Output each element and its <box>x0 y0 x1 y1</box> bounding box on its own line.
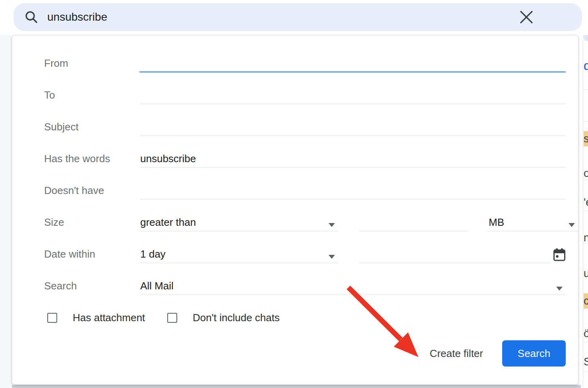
page-background-left <box>0 35 12 388</box>
to-field[interactable] <box>139 89 566 104</box>
mail-row-divider <box>583 180 588 180</box>
panel-bottom-shadow <box>12 385 581 388</box>
search-scope-label: Search <box>44 280 139 292</box>
from-row: From <box>12 47 578 79</box>
bg-text-fragment: 'e <box>584 196 588 208</box>
search-bar <box>14 3 582 31</box>
date-field[interactable] <box>359 245 551 263</box>
chevron-down-icon <box>556 287 563 291</box>
search-scope-value: All Mail <box>139 280 174 295</box>
has-words-row: Has the words <box>12 143 578 175</box>
size-operator-dropdown[interactable]: greater than <box>139 213 338 231</box>
search-button[interactable]: Search <box>502 340 566 367</box>
to-label: To <box>44 89 139 101</box>
bg-text-fragment: c <box>584 293 588 308</box>
has-words-label: Has the words <box>44 153 139 165</box>
subject-row: Subject <box>12 111 578 143</box>
doesnt-have-row: Doesn't have <box>12 175 578 206</box>
has-attachment-checkbox[interactable] <box>47 313 57 323</box>
has-attachment-label: Has attachment <box>73 312 145 324</box>
subject-label: Subject <box>44 121 139 133</box>
chevron-down-icon <box>329 223 335 227</box>
date-within-row: Date within 1 day <box>12 238 578 270</box>
doesnt-have-field[interactable] <box>139 184 566 199</box>
calendar-icon[interactable] <box>553 248 566 262</box>
chevron-down-icon <box>569 223 575 227</box>
bg-text-fragment: s <box>584 131 588 146</box>
background-searchbar-remnant <box>584 35 588 41</box>
mail-row-divider <box>583 146 588 147</box>
search-icon[interactable] <box>24 10 39 24</box>
mail-row-divider <box>583 243 588 244</box>
no-chats-label: Don't include chats <box>193 312 280 324</box>
bg-text-fragment: u <box>584 268 588 279</box>
panel-actions: Create filter Search <box>430 340 566 367</box>
mail-row-divider <box>583 211 588 211</box>
from-field[interactable] <box>139 57 566 72</box>
size-unit-value: MB <box>488 216 504 231</box>
date-within-label: Date within <box>44 248 139 260</box>
date-range-dropdown[interactable]: 1 day <box>139 245 338 263</box>
size-unit-dropdown[interactable]: MB <box>488 213 578 231</box>
subject-field[interactable] <box>139 121 566 136</box>
size-label: Size <box>44 216 139 229</box>
clear-search-icon[interactable] <box>519 10 534 24</box>
search-scope-row: Search All Mail <box>12 270 578 302</box>
no-chats-checkbox[interactable] <box>167 313 177 323</box>
background-mail-list-border <box>583 35 583 388</box>
mail-row-divider <box>583 372 588 372</box>
search-scope-dropdown[interactable]: All Mail <box>139 277 566 295</box>
bg-text-fragment: o <box>584 167 588 179</box>
from-label: From <box>44 57 139 70</box>
mail-row-divider <box>583 89 588 90</box>
advanced-search-panel: From To Subject Has the words Doesn't ha… <box>12 35 578 385</box>
chevron-down-icon <box>329 255 335 259</box>
search-input[interactable] <box>47 11 484 23</box>
size-operator-value: greater than <box>139 216 196 231</box>
size-row: Size greater than MB <box>12 206 578 238</box>
to-row: To <box>12 79 578 111</box>
bg-text-fragment: d <box>584 60 588 72</box>
size-amount-field[interactable] <box>359 213 468 231</box>
checkbox-row: Has attachment Don't include chats <box>12 302 578 334</box>
has-words-field[interactable] <box>139 153 566 167</box>
doesnt-have-label: Doesn't have <box>44 184 139 197</box>
bg-text-fragment: S <box>584 356 588 368</box>
mail-row-divider <box>583 308 588 309</box>
create-filter-button[interactable]: Create filter <box>430 347 483 360</box>
mail-row-divider <box>583 342 588 342</box>
date-range-value: 1 day <box>139 248 166 263</box>
bg-text-fragment: n <box>584 232 588 244</box>
mail-row-divider <box>583 121 588 122</box>
bg-text-fragment: ö <box>584 328 588 340</box>
